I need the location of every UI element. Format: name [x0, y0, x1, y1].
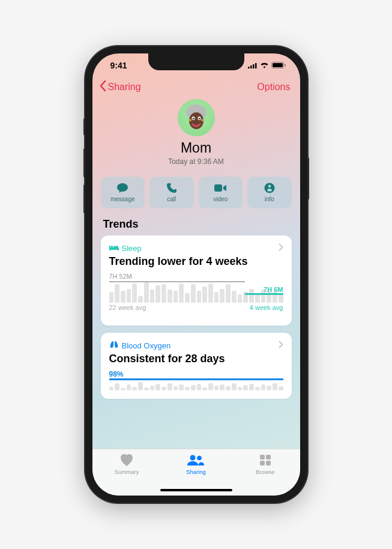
home-indicator[interactable] — [160, 489, 232, 491]
phone-icon — [166, 183, 177, 193]
svg-rect-25 — [260, 455, 265, 460]
svg-rect-15 — [214, 184, 222, 192]
svg-point-14 — [201, 119, 204, 121]
signal-icon — [248, 61, 258, 70]
svg-rect-18 — [109, 247, 119, 250]
people-icon — [187, 453, 205, 467]
content-scroll[interactable]: Trends Sleep Trending lower for 4 weeks — [92, 218, 300, 449]
sleep-trend-title: Trending lower for 4 weeks — [109, 255, 283, 268]
info-label: info — [265, 196, 274, 202]
svg-point-16 — [264, 183, 274, 193]
volume-down-button — [83, 184, 85, 213]
avatar-memoji-icon — [184, 104, 209, 132]
tab-browse-label: Browse — [256, 469, 275, 475]
call-label: call — [167, 196, 176, 202]
svg-rect-5 — [273, 63, 283, 67]
notch — [148, 53, 244, 70]
options-button[interactable]: Options — [257, 82, 290, 93]
ox-trend-title: Consistent for 28 days — [109, 353, 283, 365]
svg-rect-28 — [266, 461, 271, 466]
avatar[interactable] — [178, 99, 215, 136]
battery-icon — [271, 61, 286, 70]
volume-up-button — [83, 148, 85, 177]
back-button[interactable]: Sharing — [98, 80, 141, 94]
svg-rect-1 — [250, 65, 252, 68]
lungs-icon — [109, 341, 119, 350]
profile-subtitle: Today at 9:36 AM — [168, 157, 224, 166]
svg-rect-3 — [255, 63, 257, 68]
info-icon — [264, 183, 275, 193]
message-label: message — [110, 196, 135, 202]
trend-card-blood-oxygen[interactable]: Blood Oxygen Consistent for 28 days 98% — [101, 333, 292, 399]
chevron-right-icon — [279, 243, 283, 253]
ox-category-label: Blood Oxygen — [122, 341, 171, 350]
message-button[interactable]: message — [101, 177, 145, 208]
status-time: 9:41 — [110, 61, 127, 70]
video-label: video — [213, 196, 228, 202]
trend-card-sleep[interactable]: Sleep Trending lower for 4 weeks 7H 52M … — [101, 235, 292, 326]
svg-rect-19 — [109, 246, 110, 250]
svg-rect-0 — [248, 67, 250, 68]
ox-avg-line — [109, 378, 283, 380]
sleep-short-avg-value: 7H 6M — [264, 286, 283, 293]
silent-switch — [83, 118, 85, 135]
svg-rect-20 — [118, 247, 119, 250]
screen: 9:41 Sharing Options — [92, 53, 300, 496]
svg-rect-22 — [113, 246, 118, 247]
ox-value-label: 98% — [109, 370, 124, 378]
chevron-right-icon — [279, 340, 283, 351]
chevron-left-icon — [98, 80, 107, 94]
message-icon — [116, 183, 128, 193]
ox-bars — [109, 370, 283, 390]
sleep-chart: 7H 52M 7H 6M 22 week avg 4 week avg — [109, 273, 283, 318]
call-button[interactable]: call — [149, 177, 194, 208]
heart-icon — [119, 453, 134, 467]
svg-point-11 — [192, 118, 194, 120]
profile-name: Mom — [181, 140, 211, 156]
tab-browse[interactable]: Browse — [241, 453, 289, 496]
sleep-bars — [109, 273, 283, 303]
svg-rect-26 — [266, 455, 271, 460]
wifi-icon — [260, 61, 269, 70]
svg-point-24 — [198, 456, 202, 461]
ox-chart: 98% — [109, 370, 283, 399]
tab-summary[interactable]: Summary — [103, 453, 151, 496]
sleep-short-avg-line — [245, 293, 283, 295]
bed-icon — [109, 244, 119, 253]
phone-frame: 9:41 Sharing Options — [85, 46, 307, 503]
info-button[interactable]: info — [247, 177, 292, 208]
status-indicators — [248, 61, 286, 70]
back-label: Sharing — [108, 82, 141, 93]
tab-sharing-label: Sharing — [186, 469, 206, 475]
nav-bar: Sharing Options — [92, 77, 300, 99]
video-icon — [214, 183, 227, 193]
svg-point-21 — [110, 245, 112, 247]
sleep-long-avg-value: 7H 52M — [109, 273, 133, 280]
svg-rect-6 — [285, 64, 286, 67]
svg-point-17 — [268, 185, 271, 187]
sleep-category-label: Sleep — [122, 244, 142, 253]
svg-point-13 — [189, 119, 191, 121]
video-button[interactable]: video — [199, 177, 243, 208]
sleep-long-avg-line — [109, 281, 245, 282]
sleep-footer-right: 4 week avg — [250, 304, 283, 311]
tab-summary-label: Summary — [115, 469, 139, 475]
svg-point-12 — [198, 118, 200, 120]
sleep-footer-left: 22 week avg — [109, 304, 146, 311]
svg-rect-2 — [253, 64, 255, 68]
trends-title: Trends — [92, 218, 300, 235]
grid-icon — [259, 453, 271, 467]
power-button — [307, 157, 309, 199]
action-row: message call video info — [92, 173, 300, 218]
svg-rect-27 — [260, 461, 265, 466]
svg-point-23 — [190, 455, 196, 461]
profile-header: Mom Today at 9:36 AM — [92, 99, 300, 173]
